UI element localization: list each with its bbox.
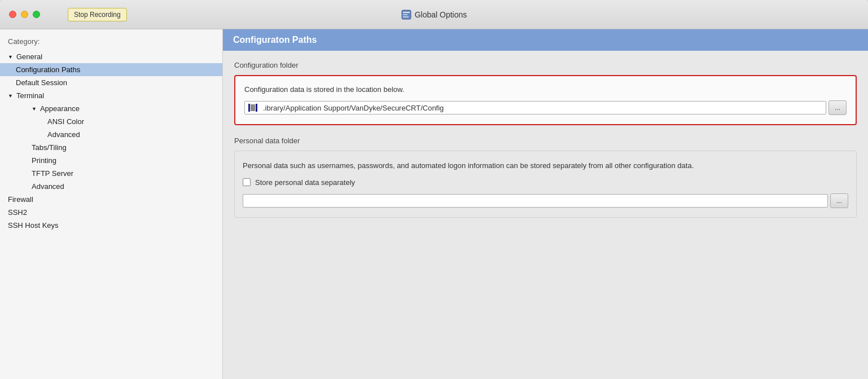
minimize-button[interactable]	[21, 11, 28, 18]
sidebar-item-appearance[interactable]: ▼ Appearance	[0, 102, 222, 115]
personal-browse-button[interactable]: ...	[830, 193, 848, 208]
sidebar-item-ssh2[interactable]: SSH2	[0, 206, 222, 219]
svg-rect-1	[403, 12, 410, 13]
sidebar-item-tftp-server[interactable]: TFTP Server	[0, 167, 222, 180]
sidebar-item-printing[interactable]: Printing	[0, 154, 222, 167]
panel-content: Configuration folder Configuration data …	[223, 51, 868, 379]
triangle-icon: ▼	[8, 93, 13, 99]
personal-folder-section: Personal data folder Personal data such …	[234, 136, 857, 218]
sidebar-item-label: SSH2	[8, 208, 27, 217]
sidebar-item-advanced-appearance[interactable]: Advanced	[0, 128, 222, 141]
config-browse-button[interactable]: ...	[828, 100, 847, 115]
sidebar-item-ssh-host-keys[interactable]: SSH Host Keys	[0, 219, 222, 232]
personal-path-input[interactable]	[243, 194, 828, 208]
store-personal-label: Store personal data separately	[255, 178, 355, 187]
panel-title: Configuraton Paths	[233, 35, 317, 45]
sidebar-item-label: TFTP Server	[32, 169, 73, 178]
sidebar-item-label: Advanced	[47, 130, 80, 139]
sidebar-item-label: Configuration Paths	[16, 65, 80, 74]
folder-icon	[248, 103, 260, 112]
title-bar: Stop Recording Global Options	[0, 0, 868, 29]
close-button[interactable]	[9, 11, 16, 18]
sidebar-item-configuration-paths[interactable]: Configuration Paths	[0, 63, 222, 76]
sidebar-item-advanced-terminal[interactable]: Advanced	[0, 180, 222, 193]
personal-desc: Personal data such as usernames, passwor…	[243, 160, 848, 171]
sidebar-item-label: Appearance	[40, 104, 80, 113]
personal-path-row: ...	[243, 193, 848, 208]
config-folder-label: Configuration folder	[234, 61, 857, 69]
sidebar-item-label: Advanced	[32, 182, 64, 191]
stop-recording-button[interactable]: Stop Recording	[68, 8, 127, 21]
content-area: Category: ▼ General Configuration Paths …	[0, 29, 868, 379]
category-label: Category:	[0, 35, 222, 50]
traffic-lights	[9, 11, 40, 18]
personal-folder-label: Personal data folder	[234, 136, 857, 145]
sidebar-item-general[interactable]: ▼ General	[0, 50, 222, 63]
sidebar: Category: ▼ General Configuration Paths …	[0, 29, 223, 379]
svg-rect-2	[403, 14, 407, 15]
sidebar-item-label: Terminal	[16, 91, 44, 100]
sidebar-item-label: ANSI Color	[47, 117, 84, 126]
window: Stop Recording Global Options Category: …	[0, 0, 868, 379]
sidebar-item-tabs-tiling[interactable]: Tabs/Tiling	[0, 141, 222, 154]
path-row: .ibrary/Application Support/VanDyke/Secu…	[244, 100, 847, 115]
sidebar-item-ansi-color[interactable]: ANSI Color	[0, 115, 222, 128]
sidebar-item-terminal[interactable]: ▼ Terminal	[0, 89, 222, 102]
config-desc: Configuration data is stored in the loca…	[244, 85, 847, 94]
main-panel: Configuraton Paths Configuration folder …	[223, 29, 868, 379]
path-input-wrapper: .ibrary/Application Support/VanDyke/Secu…	[244, 101, 826, 114]
app-icon	[401, 10, 411, 20]
title-bar-title: Global Options	[401, 10, 467, 20]
window-title: Global Options	[415, 10, 467, 19]
sidebar-item-label: Tabs/Tiling	[32, 143, 67, 152]
store-personal-checkbox[interactable]	[243, 178, 251, 186]
svg-rect-3	[403, 16, 409, 17]
sidebar-item-label: Printing	[32, 156, 56, 165]
sidebar-item-firewall[interactable]: Firewall	[0, 193, 222, 206]
sidebar-item-label: Firewall	[8, 195, 33, 204]
triangle-icon: ▼	[8, 54, 13, 60]
panel-header: Configuraton Paths	[223, 29, 868, 51]
sidebar-item-default-session[interactable]: Default Session	[0, 76, 222, 89]
sidebar-item-label: General	[16, 52, 42, 61]
triangle-icon: ▼	[32, 106, 37, 112]
sidebar-item-label: SSH Host Keys	[8, 221, 59, 230]
config-path-text: .ibrary/Application Support/VanDyke/Secu…	[263, 104, 822, 112]
config-folder-box: Configuration data is stored in the loca…	[234, 75, 857, 125]
sidebar-item-label: Default Session	[16, 78, 67, 87]
maximize-button[interactable]	[33, 11, 40, 18]
checkbox-row: Store personal data separately	[243, 178, 848, 187]
